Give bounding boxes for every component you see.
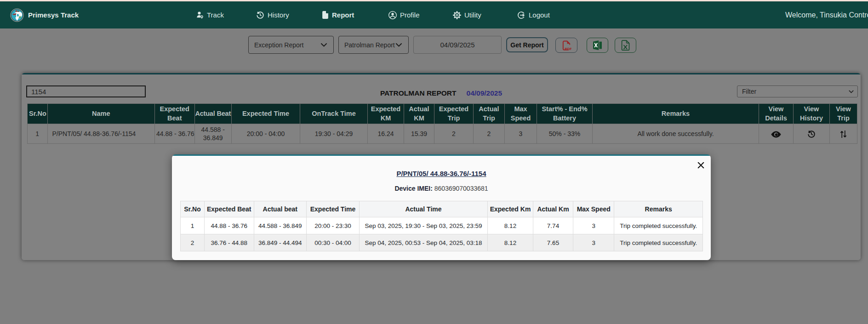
svg-text:PDF: PDF [565, 47, 571, 51]
